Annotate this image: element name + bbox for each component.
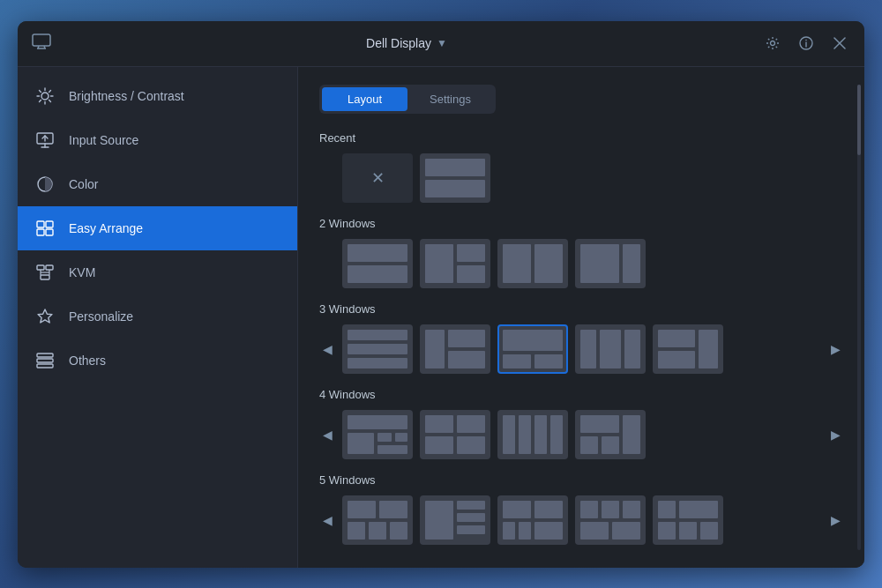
svg-rect-29 [41, 275, 49, 279]
3windows-nav-right[interactable]: ▶ [827, 324, 843, 374]
svg-rect-93 [534, 522, 563, 540]
easy-arrange-label: Easy Arrange [69, 221, 143, 235]
recent-layout-1[interactable]: ✕ [342, 153, 413, 203]
sidebar-item-easy-arrange[interactable]: Easy Arrange [18, 206, 297, 250]
3windows-layouts-row: ◀ [319, 324, 843, 374]
4win-layout-3[interactable] [497, 410, 568, 459]
svg-rect-84 [390, 522, 407, 540]
tab-bar: Layout Settings [319, 85, 496, 114]
svg-rect-80 [348, 501, 376, 518]
svg-rect-64 [348, 433, 374, 454]
5win-layout-4[interactable] [575, 495, 646, 545]
svg-point-4 [771, 41, 775, 46]
title-bar-center: Dell Display ▼ [51, 36, 762, 50]
section-4windows: 4 Windows ◀ [319, 388, 843, 459]
recent-layouts-grid: ✕ [342, 153, 820, 203]
tab-layout[interactable]: Layout [322, 87, 407, 111]
svg-rect-74 [534, 415, 547, 454]
svg-rect-36 [37, 364, 53, 368]
sidebar-item-color[interactable]: Color [18, 162, 297, 206]
section-2windows-label: 2 Windows [319, 217, 843, 230]
4windows-nav-right[interactable]: ▶ [827, 410, 843, 459]
section-4windows-label: 4 Windows [319, 388, 843, 401]
sidebar-item-input-source[interactable]: Input Source [18, 118, 297, 162]
svg-rect-83 [369, 522, 386, 540]
5windows-layouts-row: ◀ [319, 495, 843, 545]
2win-layout-3[interactable] [497, 239, 568, 288]
svg-rect-98 [612, 522, 640, 540]
svg-rect-75 [550, 415, 563, 454]
svg-rect-47 [623, 244, 640, 283]
section-recent: Recent ◀ ✕ [319, 131, 843, 203]
settings-button[interactable] [762, 33, 783, 54]
recent-layouts-row: ◀ ✕ ▶ [319, 153, 843, 203]
recent-layout-2[interactable] [420, 153, 490, 203]
5windows-nav-left[interactable]: ◀ [319, 495, 335, 545]
svg-point-7 [805, 40, 807, 41]
scrollbar-track[interactable] [857, 85, 861, 550]
svg-rect-96 [623, 501, 640, 518]
3win-layout-1[interactable] [342, 324, 413, 374]
svg-line-17 [49, 90, 51, 92]
5win-layout-5[interactable] [653, 495, 723, 545]
svg-rect-49 [348, 344, 407, 354]
5windows-nav-right[interactable]: ▶ [827, 495, 843, 545]
svg-rect-51 [425, 330, 445, 368]
svg-line-16 [49, 100, 51, 101]
svg-rect-44 [503, 244, 531, 283]
svg-rect-82 [348, 522, 365, 540]
close-button[interactable] [829, 33, 850, 54]
5win-layout-2[interactable] [420, 495, 490, 545]
4windows-nav-left[interactable]: ◀ [319, 410, 335, 459]
svg-rect-0 [33, 34, 50, 46]
svg-rect-38 [425, 180, 485, 197]
x-mark: ✕ [371, 168, 385, 188]
svg-rect-63 [348, 415, 407, 429]
2win-layout-1[interactable] [342, 239, 413, 288]
svg-rect-41 [425, 244, 453, 283]
5win-layout-1[interactable] [342, 495, 413, 545]
5win-layout-3[interactable] [497, 495, 568, 545]
svg-rect-88 [457, 525, 485, 534]
svg-rect-24 [46, 221, 53, 227]
kvm-icon [35, 263, 55, 282]
4win-layout-2[interactable] [420, 410, 490, 459]
sidebar-item-personalize[interactable]: Personalize [18, 294, 297, 339]
info-button[interactable] [796, 33, 817, 54]
4win-layout-1[interactable] [342, 410, 413, 459]
section-5windows: 5 Windows ◀ [319, 473, 843, 545]
svg-rect-92 [519, 522, 531, 540]
svg-rect-61 [658, 351, 695, 368]
3win-layout-2[interactable] [420, 324, 490, 374]
3win-layout-4[interactable] [575, 324, 646, 374]
3win-layout-5[interactable] [653, 324, 723, 374]
app-window: Dell Display ▼ [18, 21, 864, 568]
scrollbar-thumb [857, 85, 861, 155]
section-recent-label: Recent [319, 131, 843, 145]
svg-rect-43 [457, 265, 485, 283]
2win-layout-2[interactable] [420, 239, 490, 288]
svg-rect-34 [37, 354, 53, 357]
color-label: Color [69, 177, 98, 191]
section-2windows: 2 Windows ◀ [319, 217, 843, 288]
main-content: Brightness / Contrast Input Source [18, 67, 864, 568]
svg-rect-28 [46, 265, 53, 270]
sidebar-item-kvm[interactable]: KVM [18, 250, 297, 294]
2win-layout-4[interactable] [575, 239, 646, 288]
tab-settings[interactable]: Settings [407, 87, 493, 111]
4win-layout-4[interactable] [575, 410, 646, 459]
svg-rect-95 [602, 501, 619, 518]
sidebar-item-others[interactable]: Others [18, 339, 297, 383]
sidebar: Brightness / Contrast Input Source [18, 67, 298, 568]
input-source-label: Input Source [69, 133, 138, 147]
svg-rect-66 [395, 433, 407, 442]
color-icon [35, 175, 55, 194]
input-source-icon [35, 130, 55, 150]
3windows-nav-left[interactable]: ◀ [319, 324, 335, 374]
brightness-icon [35, 86, 55, 106]
sidebar-item-brightness-contrast[interactable]: Brightness / Contrast [18, 74, 297, 118]
3win-layout-3[interactable] [497, 324, 568, 374]
window-title: Dell Display [366, 36, 431, 50]
title-dropdown-arrow[interactable]: ▼ [437, 37, 447, 49]
svg-rect-62 [699, 330, 718, 368]
